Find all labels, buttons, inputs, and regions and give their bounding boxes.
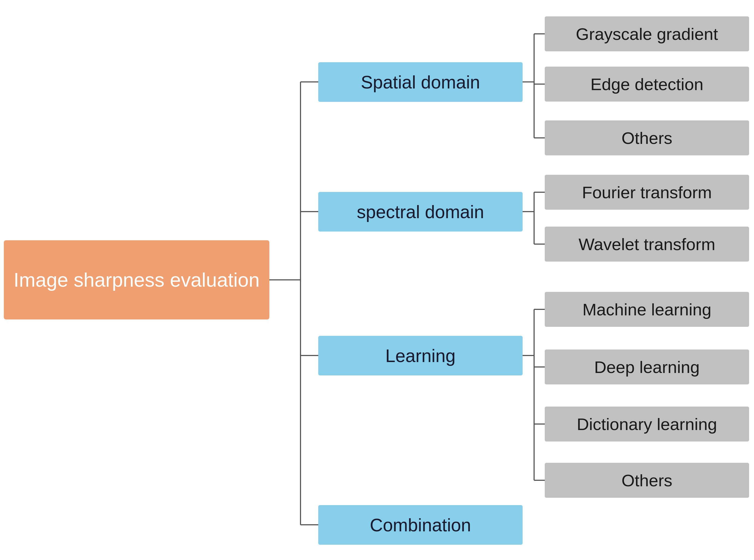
- level2-fourier: Fourier transform: [545, 175, 749, 210]
- others1-label: Others: [621, 128, 672, 148]
- level2-others-learning: Others: [545, 463, 749, 498]
- level1-combination: Combination: [318, 505, 523, 545]
- level2-others-spatial: Others: [545, 120, 749, 155]
- level2-machine: Machine learning: [545, 292, 749, 327]
- machine-label: Machine learning: [582, 300, 711, 319]
- root-label: Image sharpness evaluation: [8, 266, 265, 294]
- level2-wavelet: Wavelet transform: [545, 227, 749, 262]
- fourier-label: Fourier transform: [582, 183, 712, 202]
- others2-label: Others: [621, 471, 672, 490]
- level2-edge: Edge detection: [545, 67, 749, 102]
- wavelet-label: Wavelet transform: [579, 235, 715, 254]
- dictionary-label: Dictionary learning: [577, 415, 717, 434]
- edge-label: Edge detection: [591, 75, 703, 94]
- spectral-label: spectral domain: [357, 201, 484, 222]
- deep-label: Deep learning: [594, 357, 700, 377]
- root-node: Image sharpness evaluation: [4, 240, 269, 319]
- grayscale-label: Grayscale gradient: [576, 24, 718, 44]
- level2-deep: Deep learning: [545, 349, 749, 384]
- level1-learning: Learning: [318, 336, 523, 376]
- level1-spectral: spectral domain: [318, 192, 523, 232]
- mind-map-diagram: Image sharpness evaluation Spatial domai…: [0, 0, 754, 560]
- spatial-label: Spatial domain: [361, 72, 480, 93]
- learning-label: Learning: [385, 345, 456, 366]
- level1-spatial: Spatial domain: [318, 62, 523, 102]
- combination-label: Combination: [370, 515, 471, 536]
- level2-dictionary: Dictionary learning: [545, 406, 749, 441]
- level2-grayscale: Grayscale gradient: [545, 16, 749, 51]
